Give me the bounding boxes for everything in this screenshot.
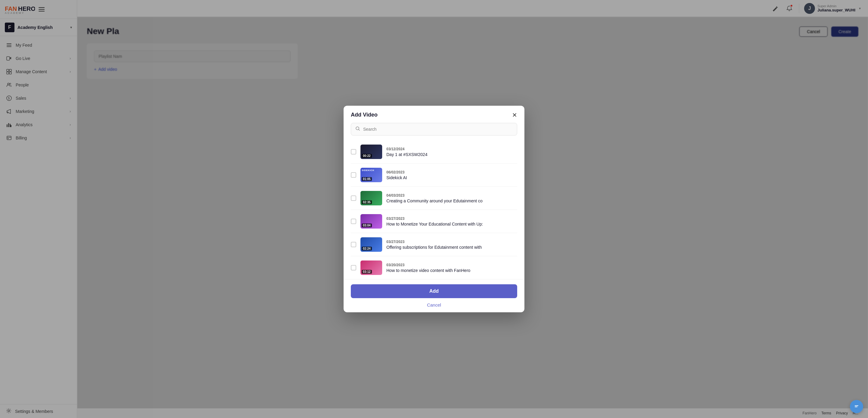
video-info: 03/12/2024 Day 1 at #SXSW2024 <box>386 147 434 157</box>
modal-header: Add Video ✕ <box>344 106 434 123</box>
video-checkbox[interactable] <box>351 172 356 178</box>
video-title: Sidekick AI <box>386 175 434 180</box>
search-input[interactable] <box>363 127 434 132</box>
search-box <box>351 123 434 135</box>
video-date: 04/03/2023 <box>386 193 434 198</box>
modal-overlay[interactable]: Add Video ✕ 00:22 03/12/2024 Day 1 at <box>0 0 434 209</box>
video-checkbox[interactable] <box>351 149 356 155</box>
video-date: 06/02/2023 <box>386 170 434 174</box>
add-video-modal: Add Video ✕ 00:22 03/12/2024 Day 1 at <box>344 106 434 209</box>
video-list-item: SIDEKICK 01:05 06/02/2023 Sidekick AI <box>351 163 434 187</box>
video-date: 03/12/2024 <box>386 147 434 151</box>
video-list: 00:22 03/12/2024 Day 1 at #SXSW2024 SIDE… <box>344 140 434 209</box>
video-info: 06/02/2023 Sidekick AI <box>386 170 434 180</box>
video-duration: 02:35 <box>362 200 372 204</box>
video-thumbnail: 00:22 <box>361 144 382 159</box>
video-duration: 00:22 <box>362 154 372 158</box>
video-duration: 01:05 <box>362 177 372 181</box>
video-title: Creating a Community around your Edutain… <box>386 198 434 203</box>
modal-search-area <box>344 123 434 140</box>
video-checkbox[interactable] <box>351 195 356 201</box>
search-icon <box>355 126 360 132</box>
video-list-item: 00:22 03/12/2024 Day 1 at #SXSW2024 <box>351 140 434 163</box>
modal-title: Add Video <box>351 112 378 118</box>
video-info: 04/03/2023 Creating a Community around y… <box>386 193 434 203</box>
video-thumbnail: 02:35 <box>361 191 382 205</box>
video-list-item: 02:35 04/03/2023 Creating a Community ar… <box>351 187 434 209</box>
video-title: Day 1 at #SXSW2024 <box>386 152 434 157</box>
video-thumbnail: SIDEKICK 01:05 <box>361 168 382 182</box>
